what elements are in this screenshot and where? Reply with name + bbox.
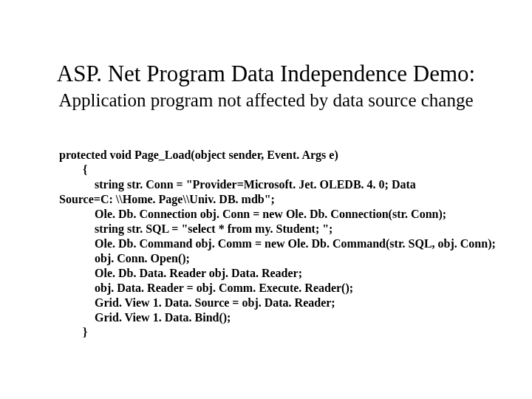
code-line-2: Ole. Db. Connection obj. Conn = new Ole.… <box>59 208 446 220</box>
code-line-8: Grid. View 1. Data. Source = obj. Data. … <box>59 296 335 309</box>
code-line-1: string str. Conn = "Provider=Microsoft. … <box>59 178 416 191</box>
slide-subtitle: Application program not affected by data… <box>0 90 532 111</box>
code-line-4: Ole. Db. Command obj. Comm = new Ole. Db… <box>59 237 496 250</box>
code-close-brace: } <box>59 326 87 338</box>
code-open-brace: { <box>59 163 87 176</box>
code-line-5: obj. Conn. Open(); <box>59 252 190 265</box>
slide-title: ASP. Net Program Data Independence Demo: <box>0 62 532 86</box>
code-block: protected void Page_Load(object sender, … <box>59 148 502 340</box>
code-signature: protected void Page_Load(object sender, … <box>59 149 338 161</box>
code-line-6: Ole. Db. Data. Reader obj. Data. Reader; <box>59 267 302 279</box>
slide: ASP. Net Program Data Independence Demo:… <box>0 0 532 399</box>
code-line-7: obj. Data. Reader = obj. Comm. Execute. … <box>59 282 353 294</box>
code-line-1b: Source=C: \\Home. Page\\Univ. DB. mdb"; <box>59 193 275 205</box>
code-line-9: Grid. View 1. Data. Bind(); <box>59 311 231 324</box>
code-line-3: string str. SQL = "select * from my. Stu… <box>59 222 332 235</box>
